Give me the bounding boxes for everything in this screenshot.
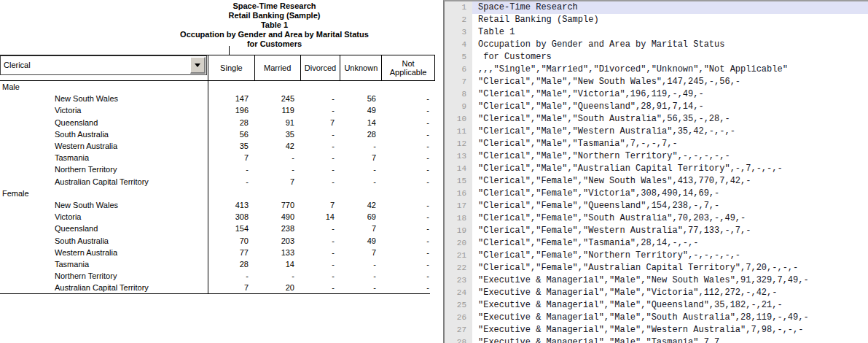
row-label: Western Australia	[0, 142, 208, 150]
row-label: Victoria	[0, 212, 208, 221]
group-label: Male	[0, 82, 208, 91]
table-cell: 7	[208, 153, 254, 162]
table-cell: -	[382, 118, 435, 127]
editor-line-3[interactable]: 3Table 1	[445, 26, 868, 39]
column-header-row: SingleMarriedDivorcedUnknownNot Applicab…	[208, 55, 435, 80]
line-text[interactable]: ,,,"Single","Married","Divorced","Unknow…	[472, 63, 868, 76]
line-text[interactable]: "Clerical","Female","Australian Capital …	[472, 262, 868, 274]
line-text[interactable]: for Customers	[472, 51, 868, 63]
table-row-male-victoria: Victoria196119-49-	[0, 104, 435, 116]
editor-line-26[interactable]: 26"Executive & Managerial","Male","South…	[445, 312, 868, 324]
table-cell: 28	[340, 130, 382, 139]
line-text[interactable]: "Clerical","Male","Western Australia",35…	[472, 126, 868, 138]
line-text[interactable]: "Executive & Managerial","Male","New Sou…	[472, 274, 868, 287]
line-number: 20	[445, 237, 472, 250]
table-cell: 49	[340, 236, 382, 245]
editor-line-13[interactable]: 13"Clerical","Male","Northern Territory"…	[445, 150, 868, 163]
editor-line-20[interactable]: 20"Clerical","Female","Tasmania",28,14,-…	[445, 237, 868, 250]
editor-line-9[interactable]: 9"Clerical","Male","Queensland",28,91,7,…	[445, 101, 868, 113]
line-text[interactable]: "Executive & Managerial","Male","Tasmani…	[472, 336, 868, 343]
table-cell: 245	[254, 94, 300, 103]
line-text[interactable]: Retail Banking (Sample)	[472, 14, 868, 26]
line-text[interactable]: "Clerical","Female","Queensland",154,238…	[472, 200, 868, 212]
editor-line-17[interactable]: 17"Clerical","Female","Queensland",154,2…	[445, 200, 868, 212]
line-text[interactable]: "Clerical","Male","Victoria",196,119,-,4…	[472, 88, 868, 101]
editor-line-14[interactable]: 14"Clerical","Male","Australian Capital …	[445, 163, 868, 175]
line-text[interactable]: "Clerical","Female","Northern Territory"…	[472, 250, 868, 262]
wafer-dropdown[interactable]: Clerical	[0, 55, 207, 75]
csv-text-editor[interactable]: 1Space-Time Research2Retail Banking (Sam…	[443, 0, 868, 343]
editor-line-1[interactable]: 1Space-Time Research	[445, 1, 868, 14]
line-text[interactable]: "Clerical","Male","Tasmania",7,-,-,7,-	[472, 138, 868, 150]
editor-line-27[interactable]: 27"Executive & Managerial","Male","Weste…	[445, 324, 868, 336]
editor-line-22[interactable]: 22"Clerical","Female","Australian Capita…	[445, 262, 868, 274]
line-text[interactable]: "Clerical","Female","New South Wales",41…	[472, 175, 868, 188]
editor-line-23[interactable]: 23"Executive & Managerial","Male","New S…	[445, 274, 868, 287]
wafer-dropdown-button[interactable]	[190, 57, 206, 74]
line-text[interactable]: "Executive & Managerial","Male","Queensl…	[472, 299, 868, 312]
table-cell: -	[300, 177, 340, 186]
editor-line-25[interactable]: 25"Executive & Managerial","Male","Queen…	[445, 299, 868, 312]
editor-line-7[interactable]: 7"Clerical","Male","New South Wales",147…	[445, 76, 868, 88]
table-cell: 490	[254, 212, 300, 221]
table-cell: 14	[300, 212, 340, 221]
line-number: 28	[445, 336, 472, 343]
table-row-male-western-australia: Western Australia3542---	[0, 140, 435, 152]
column-header-unknown: Unknown	[340, 55, 381, 80]
editor-line-12[interactable]: 12"Clerical","Male","Tasmania",7,-,-,7,-	[445, 138, 868, 150]
editor-line-24[interactable]: 24"Executive & Managerial","Male","Victo…	[445, 287, 868, 299]
editor-line-18[interactable]: 18"Clerical","Female","South Australia",…	[445, 212, 868, 225]
line-text[interactable]: "Clerical","Female","South Australia",70…	[472, 212, 868, 225]
editor-line-4[interactable]: 4Occupation by Gender and Area by Marita…	[445, 39, 868, 51]
line-text[interactable]: "Executive & Managerial","Male","South A…	[472, 312, 868, 324]
editor-line-28[interactable]: 28"Executive & Managerial","Male","Tasma…	[445, 336, 868, 343]
row-label: Tasmania	[0, 260, 208, 269]
table-cell: -	[300, 236, 340, 245]
group-label: Female	[0, 189, 208, 198]
line-text[interactable]: Space-Time Research	[472, 1, 868, 14]
table-cell: -	[300, 106, 340, 115]
line-text[interactable]: "Clerical","Male","Australian Capital Te…	[472, 163, 868, 175]
editor-line-2[interactable]: 2Retail Banking (Sample)	[445, 14, 868, 26]
table-cell: -	[382, 248, 435, 257]
editor-line-15[interactable]: 15"Clerical","Female","New South Wales",…	[445, 175, 868, 188]
editor-line-16[interactable]: 16"Clerical","Female","Victoria",308,490…	[445, 188, 868, 200]
line-text[interactable]: "Clerical","Female","Western Australia",…	[472, 225, 868, 237]
table-cell: 7	[340, 153, 382, 162]
editor-line-19[interactable]: 19"Clerical","Female","Western Australia…	[445, 225, 868, 237]
line-text[interactable]: "Clerical","Male","Queensland",28,91,7,1…	[472, 101, 868, 113]
row-label: Northern Territory	[0, 271, 208, 280]
table-cell: -	[300, 260, 340, 269]
table-cell: -	[382, 283, 435, 292]
table-cell: -	[382, 165, 435, 174]
table-cell: 147	[208, 94, 254, 103]
table-cell: -	[300, 283, 340, 292]
editor-line-8[interactable]: 8"Clerical","Male","Victoria",196,119,-,…	[445, 88, 868, 101]
line-number: 19	[445, 225, 472, 237]
table-cell: -	[382, 142, 435, 150]
editor-line-21[interactable]: 21"Clerical","Female","Northern Territor…	[445, 250, 868, 262]
editor-line-5[interactable]: 5 for Customers	[445, 51, 868, 63]
line-number: 21	[445, 250, 472, 262]
line-text[interactable]: "Executive & Managerial","Male","Victori…	[472, 287, 868, 299]
editor-line-10[interactable]: 10"Clerical","Male","South Australia",56…	[445, 113, 868, 126]
line-text[interactable]: Occupation by Gender and Area by Marital…	[472, 39, 868, 51]
line-text[interactable]: Table 1	[472, 26, 868, 39]
table-cell: -	[340, 260, 382, 269]
table-cell: 7	[300, 118, 340, 127]
line-text[interactable]: "Clerical","Male","South Australia",56,3…	[472, 113, 868, 126]
line-text[interactable]: "Clerical","Female","Tasmania",28,14,-,-…	[472, 237, 868, 250]
editor-line-6[interactable]: 6,,,"Single","Married","Divorced","Unkno…	[445, 63, 868, 76]
table-row-female-northern-territory: Northern Territory-----	[0, 270, 435, 282]
row-label: Australian Capital Territory	[0, 177, 208, 186]
line-text[interactable]: "Executive & Managerial","Male","Western…	[472, 324, 868, 336]
editor-line-11[interactable]: 11"Clerical","Male","Western Australia",…	[445, 126, 868, 138]
line-text[interactable]: "Clerical","Male","New South Wales",147,…	[472, 76, 868, 88]
line-text[interactable]: "Clerical","Male","Northern Territory",-…	[472, 150, 868, 163]
line-text[interactable]: "Clerical","Female","Victoria",308,490,1…	[472, 188, 868, 200]
line-number: 15	[445, 175, 472, 188]
row-label: Western Australia	[0, 248, 208, 257]
table-cell: 238	[254, 224, 300, 233]
table-cell: 56	[340, 94, 382, 103]
row-label: New South Wales	[0, 94, 208, 103]
